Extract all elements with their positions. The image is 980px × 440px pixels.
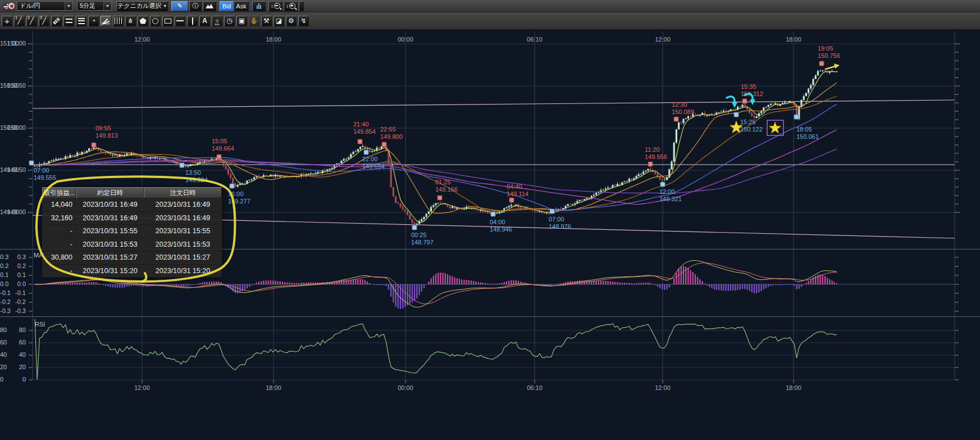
- pl-value: 30,800: [42, 251, 76, 265]
- swing-annotation: 09:55149.813: [95, 125, 118, 139]
- order-table-row[interactable]: 32,1602023/10/31 16:492023/10/31 16:49: [42, 212, 222, 225]
- ruler-tool[interactable]: [51, 16, 62, 26]
- ellipse-icon: [152, 18, 158, 24]
- trendline-2-tool[interactable]: ╱2: [26, 16, 37, 26]
- annotation-price: 150.756: [818, 52, 840, 60]
- zoom-out-button[interactable]: ↕: [268, 1, 282, 11]
- parallel-lines-3-icon: [78, 18, 85, 24]
- macd-axis-label-right: 0.0: [0, 280, 8, 287]
- chart-style-button[interactable]: [203, 1, 216, 11]
- gauge-tool[interactable]: ◔: [88, 16, 99, 26]
- candle-type-button[interactable]: [252, 1, 266, 11]
- annotation-price: 150.061: [796, 133, 819, 140]
- time-axis-label-bottom: 12:00: [134, 384, 150, 391]
- order-table-row[interactable]: 14,0402023/10/31 16:492023/10/31 16:49: [42, 198, 222, 212]
- swing-annotation: 01:25149.166: [435, 179, 458, 193]
- settings-icon: ⚒: [263, 17, 270, 25]
- trendline-3-tool[interactable]: ╱3: [39, 16, 49, 26]
- pitchfork-tool[interactable]: ⋔: [125, 16, 136, 26]
- order-table-column-header[interactable]: 約定日時: [76, 187, 144, 198]
- pan-hand-tool[interactable]: ✋: [249, 16, 259, 26]
- rsi-axis-label-right: 80: [0, 326, 7, 333]
- datetime-value: 2023/10/31 16:49: [76, 198, 144, 212]
- vertical-line-tool[interactable]: [187, 16, 198, 26]
- magnet-tool[interactable]: ↯: [298, 16, 309, 26]
- history-tool[interactable]: ◷: [224, 16, 235, 26]
- time-axis-label-bottom: 18:00: [786, 384, 801, 391]
- eraser-icon: ◪: [276, 17, 282, 25]
- settings-tool[interactable]: ⚒: [261, 16, 272, 26]
- info-button[interactable]: ⓘ: [189, 1, 202, 11]
- annotation-time: 15:35: [741, 83, 763, 90]
- technical-select-button[interactable]: テクニカル選択 ▼: [116, 1, 168, 11]
- pan-hand-icon: ✋: [250, 17, 258, 25]
- pencil-icon: ✎: [177, 2, 182, 10]
- horizontal-line-tool[interactable]: [175, 16, 185, 26]
- annotation-price: 149.800: [380, 133, 403, 140]
- order-table-column-header[interactable]: 取引損益...: [42, 187, 76, 198]
- timeframe-label: 5分足: [80, 2, 95, 10]
- crosshair-tool[interactable]: +: [2, 16, 12, 26]
- object-list-tool[interactable]: ⚙: [286, 16, 297, 26]
- datetime-value: 2023/10/31 16:49: [144, 198, 222, 212]
- swing-annotation: 12:00149.321: [659, 188, 682, 203]
- annotation-time: 22:00: [362, 156, 385, 163]
- trendline-1-tool[interactable]: ╱1: [14, 16, 25, 26]
- annotation-time: 21:40: [353, 121, 376, 128]
- zoom-out-icon: [274, 3, 280, 9]
- pl-value: -: [42, 265, 76, 278]
- datetime-value: 2023/10/31 15:20: [144, 265, 222, 278]
- parallel-lines-2-icon: [66, 19, 72, 23]
- parallel-lines-3-tool[interactable]: [76, 16, 86, 26]
- annotation-time: 12:00: [659, 188, 682, 196]
- fan-lines-tool[interactable]: [101, 16, 111, 26]
- pitchfork-icon: ⋔: [127, 17, 133, 25]
- annotation-time: 07:00: [34, 167, 56, 174]
- eraser-tool[interactable]: ◪: [274, 16, 284, 26]
- swing-annotation: 12:30150.089: [672, 101, 694, 116]
- annotation-price: 149.524: [185, 176, 208, 184]
- pl-value: 14,040: [42, 198, 76, 212]
- swing-annotation: 07:00148.976: [549, 216, 571, 230]
- candlestick-icon: [257, 3, 261, 9]
- annotation-time: 13:50: [185, 169, 208, 176]
- zoom-in-button[interactable]: ↕: [284, 1, 298, 11]
- swing-annotation: 15:25150.122: [740, 119, 763, 133]
- pentagon-tool[interactable]: [138, 16, 148, 26]
- swing-annotation: 04:40149.114: [507, 183, 528, 198]
- order-table-row[interactable]: -2023/10/31 15:532023/10/31 15:53: [42, 238, 222, 252]
- rsi-axis-label-right: 0: [0, 376, 3, 383]
- order-table-row[interactable]: -2023/10/31 15:552023/10/31 15:55: [42, 225, 222, 238]
- bid-toggle-button[interactable]: Bid: [220, 1, 234, 11]
- time-axis-label-top: 12:00: [134, 36, 150, 43]
- duplicate-tool[interactable]: ▣: [236, 16, 247, 26]
- swing-annotation: 16:00149.277: [228, 190, 250, 205]
- order-table-row[interactable]: 30,8002023/10/31 15:272023/10/31 15:27: [42, 251, 222, 265]
- order-table-column-header[interactable]: 注文日時: [144, 187, 222, 198]
- annotation-time: 04:00: [490, 219, 512, 226]
- ask-toggle-button[interactable]: Ask: [234, 1, 249, 11]
- currency-pair-select[interactable]: ドル/円 ▼: [17, 1, 73, 11]
- rectangle-tool[interactable]: [162, 16, 173, 26]
- clipped-toolbar-button[interactable]: [299, 1, 304, 11]
- chevron-down-icon: ▼: [103, 2, 111, 10]
- swing-annotation: 07:00149.555: [34, 167, 56, 182]
- order-history-table[interactable]: 取引損益...約定日時注文日時14,0402023/10/31 16:49202…: [42, 187, 222, 278]
- datetime-value: 2023/10/31 16:49: [144, 212, 222, 225]
- vertical-lines-tool[interactable]: [113, 16, 124, 26]
- text-icon: A: [202, 17, 207, 25]
- chevron-down-icon: ▼: [65, 2, 72, 10]
- icon-stamp-tool[interactable]: ☺icon: [212, 16, 222, 26]
- timeframe-select[interactable]: 5分足 ▼: [77, 1, 112, 11]
- order-table-row[interactable]: -2023/10/31 15:202023/10/31 15:20: [42, 265, 222, 278]
- parallel-lines-2-tool[interactable]: [63, 16, 74, 26]
- info-icon: ⓘ: [193, 2, 199, 10]
- ellipse-tool[interactable]: [150, 16, 161, 26]
- main-toolbar: ドル/円 ▼ 5分足 ▼ テクニカル選択 ▼ ✎ ⓘ Bid Ask ↕: [0, 0, 980, 12]
- price-axis-label-right: 149.50: [0, 166, 19, 173]
- annotation-time: 11:20: [645, 146, 667, 153]
- price-axis-label-right: 150.50: [0, 82, 19, 89]
- annotation-time: 18:05: [796, 126, 819, 133]
- draw-mode-button[interactable]: ✎: [171, 1, 188, 11]
- text-tool[interactable]: A: [199, 16, 210, 26]
